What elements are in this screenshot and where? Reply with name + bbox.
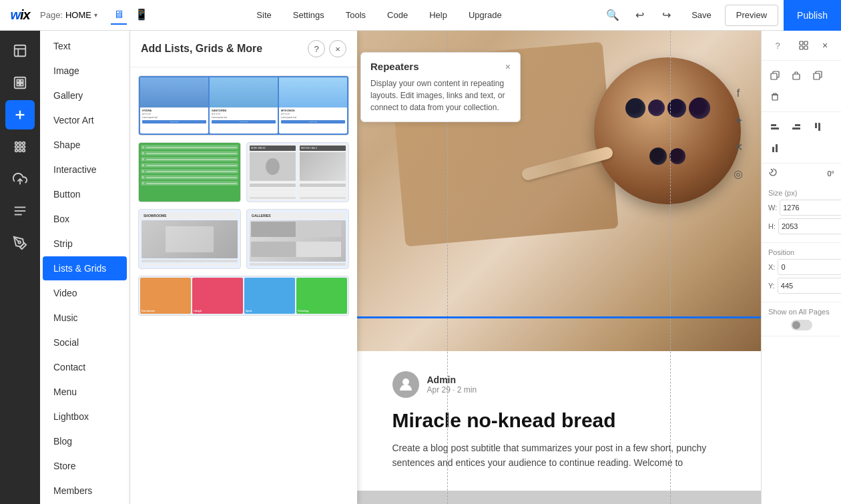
avatar [392, 371, 419, 398]
svg-rect-32 [772, 95, 778, 100]
two-col-thumb[interactable]: MORE SPACES MEETING HALLS [246, 142, 349, 202]
grid-row-list: 1. 2. 3. 4. 5. 6. 7. MORE SPACES [138, 142, 349, 202]
right-panel-help-icon[interactable]: ? [768, 36, 787, 55]
svg-rect-37 [815, 123, 817, 128]
blog-author-info: Admin Apr 29 · 2 min [427, 374, 477, 395]
add-contact-item[interactable]: Contact [43, 355, 127, 379]
blog-author-date: Apr 29 · 2 min [427, 385, 477, 395]
navbar-menu: Site Settings Tools Code Help Upgrade [158, 0, 601, 31]
app-market-sidebar-btn[interactable] [5, 132, 35, 162]
menu-code[interactable]: Code [376, 0, 418, 31]
svg-rect-35 [795, 124, 800, 126]
svg-point-15 [23, 146, 25, 148]
svg-rect-27 [800, 46, 803, 49]
galleries-thumb[interactable]: GALLERIES [246, 209, 349, 269]
align-right-icon[interactable] [787, 117, 806, 136]
delete-icon[interactable] [766, 87, 784, 106]
add-text-item[interactable]: Text [43, 34, 127, 58]
numbered-list-thumb[interactable]: 1. 2. 3. 4. 5. 6. 7. [138, 142, 241, 202]
pinterest-icon[interactable]: ✦ [729, 111, 748, 130]
desktop-icon[interactable]: 🖥 [111, 6, 127, 25]
svg-rect-0 [15, 45, 26, 57]
add-store-item[interactable]: Store [43, 454, 127, 478]
add-blog-item[interactable]: Blog [43, 429, 127, 453]
add-interactive-item[interactable]: Interactive [43, 158, 127, 182]
page-label: Page: [40, 10, 63, 20]
right-panel-close-icon[interactable]: × [816, 36, 834, 55]
menu-upgrade[interactable]: Upgrade [458, 0, 513, 31]
vector-sidebar-btn[interactable] [5, 228, 35, 258]
lifestyle-cat: Lifestyle [192, 278, 243, 314]
right-panel-header: ? × [762, 31, 841, 61]
align-bottom-icon[interactable] [766, 139, 784, 158]
copy-style-icon[interactable] [766, 66, 784, 85]
add-vectorart-item[interactable]: Vector Art [43, 108, 127, 132]
publish-button[interactable]: Publish [784, 0, 841, 31]
facebook-icon[interactable]: f [729, 84, 748, 103]
upload-sidebar-btn[interactable] [5, 164, 35, 194]
mykonos-label: MYKONOS [281, 109, 345, 112]
design-sidebar-btn[interactable] [5, 68, 35, 97]
add-image-item[interactable]: Image [43, 59, 127, 83]
add-menu-item[interactable]: Menu [43, 380, 127, 404]
modal-help-button[interactable]: ? [308, 40, 325, 57]
instagram-icon[interactable]: ◎ [729, 164, 748, 183]
menu-tools[interactable]: Tools [335, 0, 376, 31]
x-row: X: [768, 259, 834, 275]
add-video-item[interactable]: Video [43, 281, 127, 305]
redo-icon[interactable]: ↪ [654, 3, 678, 27]
undo-icon[interactable]: ↩ [627, 3, 651, 27]
height-input[interactable] [778, 218, 841, 234]
mobile-icon[interactable]: 📱 [132, 5, 151, 25]
save-button[interactable]: Save [681, 5, 722, 26]
add-shape-item[interactable]: Shape [43, 133, 127, 157]
paste-style-icon[interactable] [787, 66, 806, 85]
add-social-item[interactable]: Social [43, 330, 127, 354]
duplicate-icon[interactable] [808, 66, 827, 85]
svg-point-14 [19, 146, 21, 148]
show-all-pages-toggle[interactable] [791, 320, 812, 330]
add-sidebar-btn[interactable] [5, 100, 35, 130]
svg-point-12 [23, 142, 25, 145]
blog-sidebar-btn[interactable] [5, 196, 35, 226]
tooltip-close-button[interactable]: × [505, 61, 511, 72]
add-music-item[interactable]: Music [43, 306, 127, 330]
add-button-item[interactable]: Button [43, 182, 127, 206]
align-left-icon[interactable] [766, 117, 784, 136]
svg-rect-36 [792, 128, 800, 130]
menu-help[interactable]: Help [418, 0, 458, 31]
modal-title: Add Lists, Grids & More [141, 43, 308, 55]
menu-settings[interactable]: Settings [282, 0, 335, 31]
page-info[interactable]: Page: HOME ▾ [40, 10, 97, 20]
add-box-item[interactable]: Box [43, 207, 127, 231]
category-grid-thumb[interactable]: Entertainment Lifestyle Sports Technolog… [138, 276, 349, 316]
tooltip-title: Repeaters [370, 61, 419, 72]
right-panel-grid-icon[interactable] [794, 36, 813, 55]
show-all-pages-section: Show on All Pages [762, 302, 841, 336]
add-gallery-item[interactable]: Gallery [43, 83, 127, 107]
align-top-icon[interactable] [808, 117, 827, 136]
card-grid-thumb-1[interactable]: HYDRA AVE $100 Lorem ipsum text Book Now… [138, 75, 349, 136]
svg-point-17 [19, 150, 21, 152]
add-members-item[interactable]: Members [43, 479, 127, 503]
x-input[interactable] [778, 259, 841, 275]
twitter-icon[interactable]: ✕ [729, 138, 748, 156]
showrooms-thumb[interactable]: SHOWROOMS [138, 209, 241, 269]
pages-sidebar-btn[interactable] [5, 36, 35, 65]
add-strip-item[interactable]: Strip [43, 232, 127, 256]
menu-site[interactable]: Site [246, 0, 282, 31]
add-lightbox-item[interactable]: Lightbox [43, 405, 127, 429]
modal-close-button[interactable]: × [329, 40, 346, 57]
blog-excerpt: Create a blog post subtitle that summari… [392, 441, 726, 471]
y-input[interactable] [778, 278, 841, 294]
preview-button[interactable]: Preview [725, 5, 778, 26]
zoom-out-icon[interactable]: 🔍 [601, 3, 625, 27]
rotate-icon [768, 168, 778, 180]
width-input[interactable] [780, 200, 841, 216]
right-panel-edit-icons [762, 61, 841, 112]
svg-rect-30 [793, 74, 800, 79]
position-section: Position X: Y: [762, 243, 841, 302]
tooltip-body: Display your own content in repeating la… [370, 77, 511, 113]
add-lists-grids-item[interactable]: Lists & Grids [43, 256, 127, 280]
grid-row-categories: Entertainment Lifestyle Sports Technolog… [138, 276, 349, 316]
